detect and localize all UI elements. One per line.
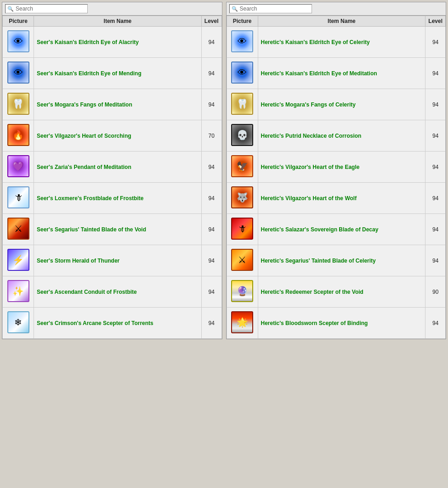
- item-name: Heretic's Putrid Necklace of Corrosion: [258, 120, 425, 151]
- item-level: 94: [425, 27, 446, 58]
- item-level: 94: [425, 183, 446, 214]
- item-level: 70: [201, 120, 221, 151]
- table-row[interactable]: 🗡Seer's Loxmere's Frostblade of Frostbit…: [3, 183, 222, 214]
- item-name: Heretic's Redeemer Scepter of the Void: [258, 276, 425, 308]
- item-picture: 🐺: [227, 183, 258, 214]
- item-name: Heretic's Kaisan's Eldritch Eye of Celer…: [258, 27, 425, 58]
- item-level: 94: [425, 308, 446, 339]
- item-picture: 💀: [227, 120, 258, 151]
- item-level: 94: [201, 276, 221, 308]
- right-col-level: Level: [425, 16, 446, 27]
- table-row[interactable]: 👁Heretic's Kaisan's Eldritch Eye of Medi…: [227, 58, 446, 89]
- item-name: Heretic's Bloodsworn Scepter of Binding: [258, 308, 425, 339]
- item-name: Seer's Crimson's Arcane Scepter of Torre…: [34, 308, 202, 339]
- item-picture: 🗡: [227, 214, 258, 245]
- left-col-item-name: Item Name: [34, 16, 202, 27]
- right-search-input[interactable]: 🔍 Search: [229, 4, 312, 13]
- item-picture: 🦷: [227, 89, 258, 120]
- item-name: Seer's Zaria's Pendant of Meditation: [34, 151, 202, 183]
- item-picture: 🦷: [3, 89, 34, 120]
- table-row[interactable]: ⚡Seer's Storm Herald of Thunder94: [3, 245, 222, 276]
- left-table: Picture Item Name Level 👁Seer's Kaisan's…: [2, 16, 222, 339]
- search-icon: 🔍: [7, 6, 14, 12]
- item-name: Heretic's Vilgazor's Heart of the Eagle: [258, 151, 425, 183]
- item-name: Heretic's Vilgazor's Heart of the Wolf: [258, 183, 425, 214]
- item-picture: 🔥: [3, 120, 34, 151]
- item-name: Seer's Segarius' Tainted Blade of the Vo…: [34, 214, 202, 245]
- item-level: 94: [425, 214, 446, 245]
- table-row[interactable]: 🦅Heretic's Vilgazor's Heart of the Eagle…: [227, 151, 446, 183]
- table-row[interactable]: 👁Seer's Kaisan's Eldritch Eye of Alacrit…: [3, 27, 222, 58]
- item-name: Heretic's Segarius' Tainted Blade of Cel…: [258, 245, 425, 276]
- left-panel: 🔍 Search Picture Item Name Level 👁Seer's…: [2, 2, 222, 339]
- table-row[interactable]: 👁Seer's Kaisan's Eldritch Eye of Mending…: [3, 58, 222, 89]
- item-picture: ⚔: [227, 245, 258, 276]
- table-row[interactable]: ⚔Heretic's Segarius' Tainted Blade of Ce…: [227, 245, 446, 276]
- table-row[interactable]: 👁Heretic's Kaisan's Eldritch Eye of Cele…: [227, 27, 446, 58]
- left-search-input[interactable]: 🔍 Search: [5, 4, 88, 13]
- table-row[interactable]: 🌟Heretic's Bloodsworn Scepter of Binding…: [227, 308, 446, 339]
- left-col-picture: Picture: [3, 16, 34, 27]
- right-search-label: Search: [240, 6, 257, 12]
- item-name: Seer's Loxmere's Frostblade of Frostbite: [34, 183, 202, 214]
- item-level: 90: [425, 276, 446, 308]
- item-picture: ⚡: [3, 245, 34, 276]
- item-level: 94: [201, 183, 221, 214]
- item-level: 94: [425, 120, 446, 151]
- item-level: 94: [425, 151, 446, 183]
- table-row[interactable]: 🐺Heretic's Vilgazor's Heart of the Wolf9…: [227, 183, 446, 214]
- item-picture: ✨: [3, 276, 34, 308]
- item-level: 94: [201, 151, 221, 183]
- item-level: 94: [201, 27, 221, 58]
- item-level: 94: [425, 245, 446, 276]
- table-row[interactable]: 🦷Heretic's Mogara's Fangs of Celerity94: [227, 89, 446, 120]
- left-search-label: Search: [16, 6, 33, 12]
- item-name: Seer's Vilgazor's Heart of Scorching: [34, 120, 202, 151]
- table-row[interactable]: ⚔Seer's Segarius' Tainted Blade of the V…: [3, 214, 222, 245]
- item-level: 94: [201, 58, 221, 89]
- item-picture: 🗡: [3, 183, 34, 214]
- item-picture: ❄: [3, 308, 34, 339]
- right-table-container: Picture Item Name Level 👁Heretic's Kaisa…: [227, 16, 446, 339]
- item-picture: 🦅: [227, 151, 258, 183]
- table-row[interactable]: ❄Seer's Crimson's Arcane Scepter of Torr…: [3, 308, 222, 339]
- table-row[interactable]: 💜Seer's Zaria's Pendant of Meditation94: [3, 151, 222, 183]
- item-name: Seer's Kaisan's Eldritch Eye of Mending: [34, 58, 202, 89]
- item-name: Seer's Mogara's Fangs of Meditation: [34, 89, 202, 120]
- item-picture: 👁: [3, 27, 34, 58]
- item-name: Seer's Ascendant Conduit of Frostbite: [34, 276, 202, 308]
- item-picture: 👁: [227, 27, 258, 58]
- item-name: Heretic's Salazar's Sovereign Blade of D…: [258, 214, 425, 245]
- table-row[interactable]: 🦷Seer's Mogara's Fangs of Meditation94: [3, 89, 222, 120]
- left-search-bar: 🔍 Search: [2, 2, 222, 16]
- item-picture: 👁: [3, 58, 34, 89]
- item-level: 94: [201, 245, 221, 276]
- item-name: Seer's Kaisan's Eldritch Eye of Alacrity: [34, 27, 202, 58]
- item-picture: 👁: [227, 58, 258, 89]
- right-col-picture: Picture: [227, 16, 258, 27]
- table-row[interactable]: ✨Seer's Ascendant Conduit of Frostbite94: [3, 276, 222, 308]
- item-picture: 💜: [3, 151, 34, 183]
- item-level: 94: [201, 308, 221, 339]
- item-picture: ⚔: [3, 214, 34, 245]
- table-row[interactable]: 🔥Seer's Vilgazor's Heart of Scorching70: [3, 120, 222, 151]
- item-level: 94: [201, 89, 221, 120]
- item-level: 94: [201, 214, 221, 245]
- table-row[interactable]: 💀Heretic's Putrid Necklace of Corrosion9…: [227, 120, 446, 151]
- item-picture: 🌟: [227, 308, 258, 339]
- item-level: 94: [425, 89, 446, 120]
- item-level: 94: [425, 58, 446, 89]
- item-name: Heretic's Kaisan's Eldritch Eye of Medit…: [258, 58, 425, 89]
- item-name: Seer's Storm Herald of Thunder: [34, 245, 202, 276]
- left-table-container: Picture Item Name Level 👁Seer's Kaisan's…: [2, 16, 222, 339]
- right-panel: 🔍 Search Picture Item Name Level 👁Hereti…: [226, 2, 447, 339]
- table-row[interactable]: 🗡Heretic's Salazar's Sovereign Blade of …: [227, 214, 446, 245]
- left-col-level: Level: [201, 16, 221, 27]
- right-table: Picture Item Name Level 👁Heretic's Kaisa…: [227, 16, 446, 339]
- right-search-bar: 🔍 Search: [227, 2, 446, 16]
- search-icon: 🔍: [232, 6, 238, 12]
- item-picture: 🔮: [227, 276, 258, 308]
- item-name: Heretic's Mogara's Fangs of Celerity: [258, 89, 425, 120]
- table-row[interactable]: 🔮Heretic's Redeemer Scepter of the Void9…: [227, 276, 446, 308]
- right-col-item-name: Item Name: [258, 16, 425, 27]
